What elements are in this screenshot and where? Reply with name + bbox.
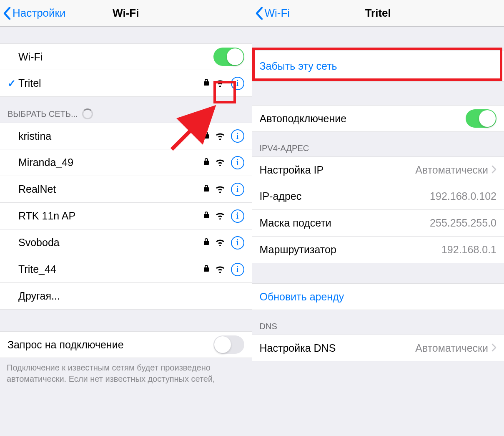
configure-ip-value: Автоматически — [415, 164, 488, 176]
configure-dns-label: Настройка DNS — [260, 342, 416, 354]
ip-address-row: IP-адрес 192.168.0.102 — [252, 183, 504, 210]
info-icon[interactable]: i — [231, 263, 244, 276]
renew-lease-button[interactable]: Обновить аренду — [252, 283, 504, 310]
lock-icon — [203, 211, 209, 221]
lock-icon — [203, 158, 209, 167]
network-name: kristina — [18, 130, 203, 142]
network-name: Trite_44 — [18, 263, 203, 275]
router-row: Маршрутизатор 192.168.0.1 — [252, 237, 504, 263]
chevron-right-icon — [491, 164, 496, 176]
network-name: Miranda_49 — [18, 156, 203, 169]
info-icon[interactable]: i — [231, 183, 244, 196]
checkmark-icon: ✓ — [8, 78, 18, 89]
wifi-icon — [215, 183, 225, 195]
auto-join-row[interactable]: Автоподключение — [252, 105, 504, 132]
lock-icon — [203, 265, 209, 274]
network-row[interactable]: Trite_44i — [0, 256, 252, 283]
lock-icon — [203, 131, 209, 141]
lock-icon — [203, 184, 209, 194]
back-label: Wi-Fi — [265, 7, 290, 20]
forget-network-label: Забыть эту сеть — [260, 60, 337, 72]
ipv4-header: IPV4-АДРЕС — [252, 132, 504, 156]
wifi-icon — [215, 77, 225, 89]
connected-network-row[interactable]: ✓ Tritel i — [0, 70, 252, 97]
info-icon[interactable]: i — [231, 77, 244, 90]
nav-bar: Настройки Wi-Fi — [0, 0, 252, 27]
wifi-icon — [215, 156, 225, 169]
lock-icon — [203, 238, 209, 247]
chevron-left-icon — [256, 7, 263, 20]
back-button[interactable]: Wi-Fi — [252, 7, 290, 20]
subnet-row: Маска подсети 255.255.255.0 — [252, 210, 504, 237]
footer-text: Подключение к известным сетям будет прои… — [0, 358, 252, 389]
wifi-icon — [215, 130, 225, 142]
ask-to-join-toggle[interactable] — [213, 335, 244, 354]
other-network-label: Другая... — [18, 290, 244, 302]
nav-bar: Wi-Fi Tritel — [252, 0, 504, 27]
chevron-left-icon — [3, 7, 11, 20]
network-row[interactable]: RTK 11n APi — [0, 203, 252, 229]
network-list: kristinaiMiranda_49iRealNetiRTK 11n APiS… — [0, 123, 252, 283]
network-row[interactable]: RealNeti — [0, 176, 252, 203]
configure-ip-row[interactable]: Настройка IP Автоматически — [252, 156, 504, 183]
connected-network-name: Tritel — [18, 77, 203, 89]
info-icon[interactable]: i — [231, 209, 244, 223]
wifi-icon — [215, 263, 225, 275]
network-name: Svoboda — [18, 237, 203, 249]
wifi-toggle-label: Wi-Fi — [18, 51, 213, 63]
back-button[interactable]: Настройки — [0, 7, 66, 20]
router-value: 192.168.0.1 — [441, 244, 496, 256]
wifi-icon — [215, 237, 225, 249]
forget-network-button[interactable]: Забыть эту сеть — [252, 50, 504, 82]
ask-to-join-label: Запрос на подключение — [8, 339, 213, 351]
wifi-list-screen: Настройки Wi-Fi Wi-Fi ✓ Tritel i ВЫБРАТЬ… — [0, 0, 252, 436]
ip-address-label: IP-адрес — [260, 190, 430, 202]
configure-dns-row[interactable]: Настройка DNS Автоматически — [252, 335, 504, 361]
wifi-icon — [215, 210, 225, 222]
configure-dns-value: Автоматически — [415, 342, 488, 354]
auto-join-label: Автоподключение — [260, 113, 466, 125]
ask-to-join-row[interactable]: Запрос на подключение — [0, 331, 252, 358]
other-network-row[interactable]: Другая... — [0, 283, 252, 310]
spinner-icon — [82, 108, 93, 119]
network-row[interactable]: Svobodai — [0, 229, 252, 256]
router-label: Маршрутизатор — [260, 244, 441, 256]
info-icon[interactable]: i — [231, 129, 244, 143]
ip-address-value: 192.168.0.102 — [430, 190, 496, 202]
subnet-label: Маска подсети — [260, 217, 430, 229]
subnet-value: 255.255.255.0 — [430, 217, 496, 229]
configure-ip-label: Настройка IP — [260, 164, 416, 176]
wifi-toggle[interactable] — [213, 48, 244, 66]
dns-header: DNS — [252, 310, 504, 335]
renew-lease-label: Обновить аренду — [260, 291, 344, 303]
back-label: Настройки — [13, 7, 66, 20]
network-name: RealNet — [18, 183, 203, 195]
info-icon[interactable]: i — [231, 156, 244, 169]
chevron-right-icon — [491, 342, 496, 354]
auto-join-toggle[interactable] — [466, 109, 496, 128]
page-title: Tritel — [252, 7, 504, 20]
network-row[interactable]: kristinai — [0, 123, 252, 149]
info-icon[interactable]: i — [231, 236, 244, 250]
network-name: RTK 11n AP — [18, 210, 203, 222]
choose-network-header: ВЫБРАТЬ СЕТЬ... — [0, 97, 252, 123]
wifi-toggle-row[interactable]: Wi-Fi — [0, 43, 252, 70]
lock-icon — [203, 78, 209, 88]
network-detail-screen: Wi-Fi Tritel Забыть эту сеть Автоподключ… — [252, 0, 504, 436]
network-row[interactable]: Miranda_49i — [0, 149, 252, 176]
